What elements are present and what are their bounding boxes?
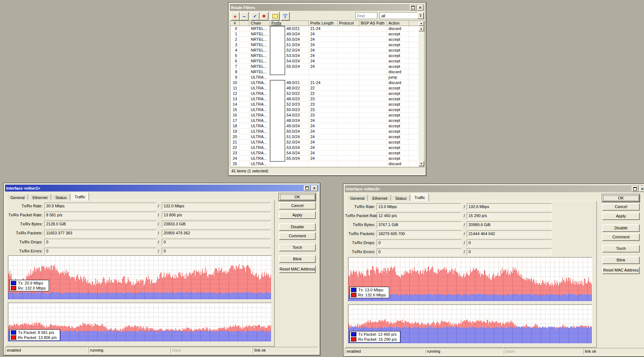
route-filter-row[interactable]: 22ULTRA....53.0/2424accept: [230, 145, 419, 150]
column-header-chain[interactable]: Chain: [249, 21, 270, 26]
row-protocol: [338, 134, 359, 140]
tx-color-swatch: [351, 288, 356, 292]
route-filter-row[interactable]: 18ULTRA....49.0/2424accept: [230, 123, 419, 129]
blink-button[interactable]: Blink: [602, 256, 640, 264]
route-filter-row[interactable]: 19ULTRA....50.0/2424accept: [230, 129, 419, 134]
tab-status[interactable]: Status: [392, 195, 410, 201]
comment-button[interactable]: [271, 12, 280, 21]
scroll-up-button[interactable]: ▲: [418, 26, 424, 31]
row-chain: NRTEL...: [249, 64, 270, 69]
vertical-scrollbar[interactable]: ▲ ▼: [418, 26, 424, 166]
route-filter-row[interactable]: 24ULTRA....55.0/2424accept: [230, 156, 419, 161]
remove-button[interactable]: −: [240, 12, 249, 21]
legend-label: Rx Packet: 13 806 p/s: [18, 335, 57, 340]
row-flags: [240, 129, 249, 134]
disable-button[interactable]: Disable: [279, 223, 316, 231]
close-button[interactable]: ✕: [639, 186, 644, 192]
route-filter-row[interactable]: 2NRTEL....50.0/2424accept: [230, 37, 419, 42]
row-action: accept: [387, 85, 409, 91]
titlebar[interactable]: Interface <ether1> ✕: [5, 185, 319, 191]
find-input[interactable]: [355, 12, 377, 19]
route-filter-row[interactable]: 14ULTRA....52.0/2323accept: [230, 102, 419, 107]
route-filter-row[interactable]: 0NRTEL....48.0/2121-24discard: [230, 26, 419, 31]
column-header-bgp-as-path[interactable]: BGP AS Path: [359, 21, 387, 26]
filter-button[interactable]: [281, 12, 290, 21]
row-action: accept: [387, 42, 409, 48]
row-action: accept: [387, 53, 409, 58]
column-header-protocol[interactable]: Protocol: [338, 21, 359, 26]
tab-traffic[interactable]: Traffic: [411, 193, 429, 201]
tab-ethernet[interactable]: Ethernet: [369, 195, 391, 201]
route-filter-row[interactable]: 25ULTRA...discard: [230, 161, 419, 167]
route-filter-row[interactable]: 17ULTRA....48.0/2424accept: [230, 118, 419, 123]
close-button[interactable]: ✕: [311, 185, 317, 191]
rx-value-field: 132.0 Mbps: [162, 203, 271, 210]
tab-general[interactable]: General: [347, 195, 368, 201]
column-header-number[interactable]: #: [230, 21, 240, 26]
field-label: Tx/Rx Packet Rate:: [5, 212, 43, 219]
row-action: accept: [387, 150, 409, 156]
tab-traffic[interactable]: Traffic: [71, 193, 89, 200]
row-flags: [240, 53, 249, 58]
maximize-button[interactable]: [304, 185, 310, 191]
route-filter-row[interactable]: 15ULTRA....50.0/2323accept: [230, 107, 419, 113]
ok-button[interactable]: OK: [279, 193, 316, 201]
route-filter-row[interactable]: 21ULTRA....52.0/2424accept: [230, 140, 419, 145]
route-filter-row[interactable]: 8NRTEL...discard: [230, 69, 419, 75]
column-header-flags[interactable]: [240, 21, 249, 26]
disable-button[interactable]: ✖: [259, 12, 268, 21]
reset-mac-address-button[interactable]: Reset MAC Address: [279, 265, 316, 273]
maximize-icon: [411, 6, 415, 9]
legend-label: Tx Packet: 12 450 p/s: [358, 332, 396, 336]
route-filter-row[interactable]: 4NRTEL....52.0/2424accept: [230, 48, 419, 53]
route-filters-titlebar[interactable]: Route Filters ✕: [230, 4, 425, 11]
column-header-prefix[interactable]: Prefix: [270, 21, 309, 26]
column-select-button[interactable]: ▼: [418, 21, 424, 26]
route-filter-row[interactable]: 6NRTEL....54.0/2424accept: [230, 58, 419, 64]
route-filter-row[interactable]: 9ULTRA...jump: [230, 75, 419, 80]
route-filter-row[interactable]: 16ULTRA....54.0/2323accept: [230, 113, 419, 118]
disable-button[interactable]: Disable: [602, 224, 640, 232]
route-filter-row[interactable]: 13ULTRA....48.0/2323accept: [230, 96, 419, 102]
apply-button[interactable]: Apply: [279, 211, 316, 219]
ok-button[interactable]: OK: [602, 194, 640, 202]
row-prefix-length: 23: [309, 96, 338, 102]
maximize-button[interactable]: [632, 186, 638, 192]
route-filter-row[interactable]: 11ULTRA....48.0/2222accept: [230, 85, 419, 91]
row-prefix-length: 24: [309, 53, 338, 58]
row-action: accept: [387, 31, 409, 37]
comment-button[interactable]: Comment: [602, 233, 640, 241]
enable-button[interactable]: ✔: [250, 12, 259, 21]
route-filter-row[interactable]: 3NRTEL....51.0/2424accept: [230, 42, 419, 48]
reset-mac-address-button[interactable]: Reset MAC Address: [602, 266, 640, 274]
row-prefix-length: 24: [309, 31, 338, 37]
row-number: 5: [230, 53, 240, 58]
cancel-button[interactable]: Cancel: [279, 202, 316, 210]
route-filter-row[interactable]: 23ULTRA....54.0/2424accept: [230, 150, 419, 156]
column-header-action[interactable]: Action: [387, 21, 409, 26]
close-button[interactable]: ✕: [417, 5, 423, 10]
route-filter-row[interactable]: 20ULTRA....51.0/2424accept: [230, 134, 419, 140]
route-filter-row[interactable]: 7NRTEL....55.0/2424accept: [230, 64, 419, 69]
dropdown-button[interactable]: ▼: [417, 12, 424, 19]
column-header-prefix-length[interactable]: Prefix Length: [309, 21, 338, 26]
torch-button[interactable]: Torch: [602, 245, 640, 252]
add-button[interactable]: +: [231, 12, 240, 21]
scroll-down-button[interactable]: ▼: [418, 161, 424, 166]
route-filter-row[interactable]: 5NRTEL....53.0/2424accept: [230, 53, 419, 58]
cancel-button[interactable]: Cancel: [602, 203, 640, 211]
row-action: accept: [387, 58, 409, 64]
comment-button[interactable]: Comment: [279, 232, 316, 240]
torch-button[interactable]: Torch: [279, 244, 316, 251]
row-spacer: [409, 31, 419, 37]
route-filter-row[interactable]: 12ULTRA....52.0/2222accept: [230, 91, 419, 96]
legend-entry: Rx: 132.0 Mbps: [11, 286, 46, 290]
filter-scope-select[interactable]: all ▼: [379, 12, 424, 19]
blink-button[interactable]: Blink: [279, 255, 316, 263]
apply-button[interactable]: Apply: [602, 212, 640, 220]
route-filter-row[interactable]: 1NRTEL....49.0/2424accept: [230, 31, 419, 37]
maximize-button[interactable]: [410, 5, 416, 10]
route-filter-row[interactable]: 10ULTRA....48.0/2121-24discard: [230, 80, 419, 85]
field-label: Tx/Rx Drops:: [5, 239, 43, 246]
titlebar[interactable]: Interface <ether2> ✕: [345, 185, 644, 192]
